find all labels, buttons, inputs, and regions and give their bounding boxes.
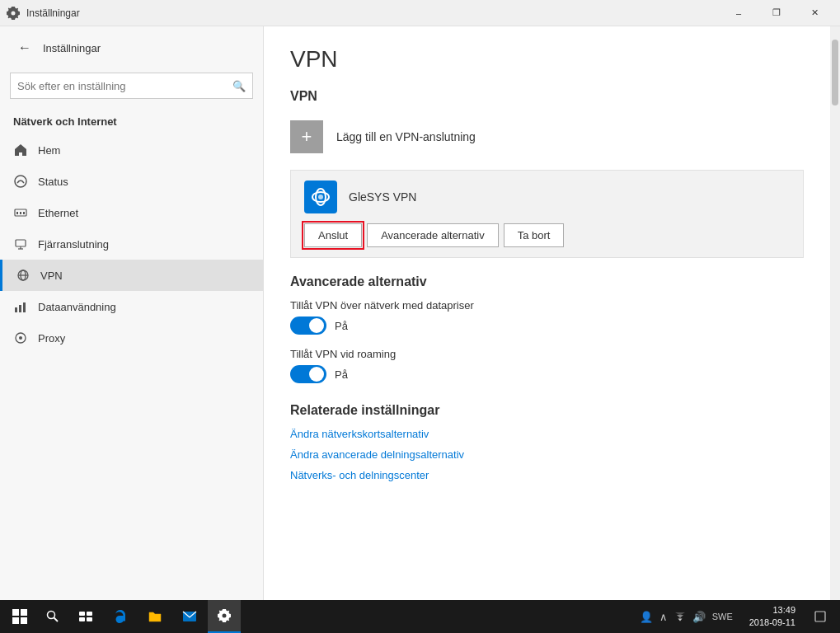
window-controls: – ❐ ✕ [720,0,833,26]
advanced-section: Avancerade alternativ Tillåt VPN över nä… [290,274,804,383]
svg-point-23 [48,612,55,619]
connect-button[interactable]: Anslut [304,223,362,247]
search-box[interactable]: 🔍 [10,73,253,99]
toggle-2-knob [309,367,324,382]
scrollbar-thumb[interactable] [832,40,838,106]
data-icon [13,299,28,314]
sidebar-item-status[interactable]: Status [0,166,263,197]
sidebar-item-fjarranslutning[interactable]: Fjärranslutning [0,228,263,260]
vpn-entry-name: GleSYS VPN [349,190,416,204]
sidebar-header: ← Inställningar [0,26,263,69]
explorer-button[interactable] [138,600,171,633]
vpn-buttons: Anslut Avancerade alternativ Ta bort [304,223,790,247]
toggle-1[interactable] [290,316,326,335]
related-section: Relaterade inställningar Ändra nätverksk… [290,403,804,481]
sidebar-app-title: Inställningar [43,42,101,54]
home-icon [13,143,28,157]
tray-expand-icon[interactable]: ∧ [658,609,669,625]
svg-point-18 [318,195,323,199]
vpn-logo [304,181,337,213]
settings-icon [7,6,20,20]
svg-point-15 [19,336,22,340]
related-link-2[interactable]: Ändra avancerade delningsalternativ [290,448,804,461]
svg-rect-4 [23,212,25,214]
sidebar-item-ethernet[interactable]: Ethernet [0,197,263,228]
toggle-1-label: Tillåt VPN över nätverk med datapriser [290,299,804,312]
svg-point-0 [15,176,26,187]
sidebar-item-vpn[interactable]: VPN [0,260,263,291]
content-inner: VPN VPN + Lägg till en VPN-anslutning [264,26,830,600]
toggle-1-row: På [290,316,804,335]
start-button[interactable] [3,600,36,633]
taskbar: 👤 ∧ 🔊 SWE 13:49 2018-09-11 [0,600,840,633]
svg-rect-19 [12,609,19,616]
tray-volume-icon[interactable]: 🔊 [691,609,707,625]
sidebar-item-proxy[interactable]: Proxy [0,322,263,354]
toggle-1-state: På [335,320,348,332]
ethernet-icon [13,205,28,220]
advanced-section-title: Avancerade alternativ [290,274,804,289]
tray-network-icon[interactable] [673,609,687,625]
sidebar-item-hem[interactable]: Hem [0,134,263,166]
sidebar-item-dataanvandning[interactable]: Dataanvändning [0,291,263,322]
title-bar: Inställningar – ❐ ✕ [0,0,840,26]
add-vpn-row[interactable]: + Lägg till en VPN-anslutning [290,114,804,160]
close-button[interactable]: ✕ [795,0,833,26]
edge-button[interactable] [104,600,137,633]
sidebar-label-vpn: VPN [40,270,63,282]
toggle-row-2: Tillåt VPN vid roaming På [290,348,804,383]
svg-rect-2 [16,212,18,214]
system-tray: 👤 ∧ 🔊 SWE [631,609,741,625]
sidebar-label-ethernet: Ethernet [38,207,78,219]
svg-rect-5 [16,240,26,246]
main-area: ← Inställningar 🔍 Nätverk och Internet H… [0,26,840,600]
tray-lang-icon[interactable]: SWE [711,610,734,623]
remote-icon [13,237,28,251]
maximize-button[interactable]: ❐ [758,0,795,26]
add-vpn-icon-box: + [290,120,323,153]
add-vpn-label: Lägg till en VPN-anslutning [336,130,476,143]
sidebar-label-dataanvandning: Dataanvändning [38,301,116,313]
search-input[interactable] [17,80,232,92]
svg-rect-13 [23,302,26,312]
toggle-2-state: På [335,368,348,381]
sidebar-label-proxy: Proxy [38,332,65,345]
related-link-1[interactable]: Ändra nätverkskortsalternativ [290,428,804,440]
clock[interactable]: 13:49 2018-09-11 [743,604,802,630]
status-icon [13,174,28,189]
mail-button[interactable] [173,600,206,633]
vpn-entry: GleSYS VPN Anslut Avancerade alternativ … [290,170,804,258]
remove-button[interactable]: Ta bort [504,223,565,247]
title-bar-title: Inställningar [26,7,720,19]
settings-taskbar-button[interactable] [208,600,241,633]
svg-rect-26 [87,612,92,616]
scrollbar-track[interactable] [830,26,840,600]
svg-rect-11 [15,307,17,312]
back-button[interactable]: ← [13,36,36,59]
sidebar-label-fjarranslutning: Fjärranslutning [38,238,109,251]
vpn-icon [16,268,31,283]
clock-time: 13:49 [749,604,795,617]
sidebar: ← Inställningar 🔍 Nätverk och Internet H… [0,26,264,600]
svg-rect-3 [20,212,21,214]
toggle-row-1: Tillåt VPN över nätverk med datapriser P… [290,299,804,335]
svg-rect-20 [21,609,27,616]
tray-people-icon[interactable]: 👤 [638,609,655,625]
task-view-button[interactable] [69,600,102,633]
toggle-2-row: På [290,365,804,383]
content-area: VPN VPN + Lägg till en VPN-anslutning [264,26,840,600]
toggle-2[interactable] [290,365,326,383]
action-center-button[interactable] [804,600,837,633]
advanced-options-button[interactable]: Avancerade alternativ [367,223,499,247]
toggle-2-label: Tillåt VPN vid roaming [290,348,804,360]
vpn-section-title: VPN [290,89,804,104]
taskbar-search-button[interactable] [38,602,68,631]
clock-date: 2018-09-11 [749,617,795,629]
sidebar-label-hem: Hem [38,144,60,157]
sidebar-section-title: Nätverk och Internet [0,109,263,134]
related-link-3[interactable]: Nätverks- och delningscenter [290,469,804,481]
plus-icon: + [302,126,312,148]
vpn-entry-top: GleSYS VPN [304,181,790,213]
svg-rect-25 [79,612,85,616]
minimize-button[interactable]: – [720,0,758,26]
